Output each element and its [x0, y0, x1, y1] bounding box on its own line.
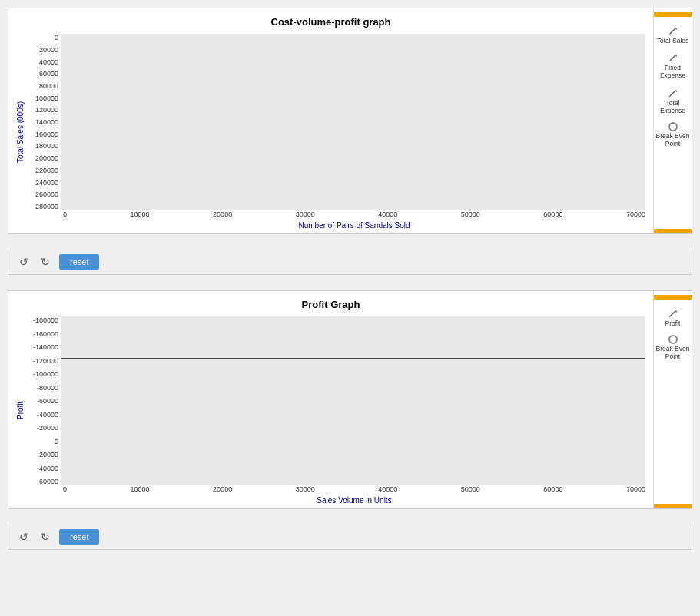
profit-chart-section: Profit Graph Profit 6000040000200000-200… [8, 290, 692, 509]
cvp-y-tick: 40000 [26, 58, 58, 66]
cvp-y-tick: 160000 [26, 131, 58, 138]
cvp-y-tick: 0 [26, 34, 58, 41]
circle-icon-break-even-profit [668, 335, 678, 344]
svg-marker-1 [675, 28, 677, 30]
cvp-sidebar: Total Sales FixedExpense TotalExpense Br… [653, 8, 692, 233]
profit-x-tick: 0 [63, 485, 67, 493]
profit-x-tick-labels: 010000200003000040000500006000070000 [63, 485, 645, 493]
cvp-x-tick: 30000 [296, 210, 315, 218]
cvp-x-tick-labels: 010000200003000040000500006000070000 [63, 210, 645, 218]
profit-y-tick: -100000 [26, 370, 58, 378]
svg-line-10 [670, 311, 675, 316]
profit-chart-title: Profit Graph [16, 299, 645, 310]
profit-x-tick: 60000 [543, 485, 562, 493]
profit-y-tick: -20000 [26, 424, 58, 432]
cvp-sidebar-top-bar [654, 12, 692, 17]
svg-line-6 [670, 91, 675, 96]
cvp-chart-main: Cost-volume-profit graph Total Sales (00… [8, 8, 653, 233]
profit-x-tick: 10000 [131, 485, 150, 493]
cvp-y-tick: 80000 [26, 82, 58, 90]
cvp-x-axis-label: Number of Pairs of Sandals Sold [63, 221, 645, 230]
cvp-sidebar-fixed-expense[interactable]: FixedExpense [654, 50, 692, 81]
svg-marker-11 [675, 310, 677, 313]
profit-y-tick: 60000 [26, 478, 58, 485]
pencil-icon-profit [668, 308, 678, 319]
cvp-x-tick: 0 [63, 210, 67, 218]
cvp-sidebar-total-sales[interactable]: Total Sales [654, 23, 692, 47]
cvp-x-tick: 40000 [378, 210, 397, 218]
cvp-undo-button[interactable]: ↺ [16, 254, 32, 270]
profit-y-tick: 20000 [26, 451, 58, 459]
cvp-chart-title: Cost-volume-profit graph [16, 16, 645, 28]
cvp-y-tick: 20000 [26, 46, 58, 54]
cvp-sidebar-total-expense-label: TotalExpense [660, 99, 685, 114]
cvp-x-tick: 60000 [543, 210, 562, 218]
profit-y-tick-labels: 6000040000200000-20000-40000-60000-80000… [26, 316, 61, 485]
cvp-x-tick: 50000 [461, 210, 480, 218]
profit-sidebar-top-bar [654, 295, 692, 300]
cvp-sidebar-total-sales-label: Total Sales [657, 37, 689, 45]
profit-graph-canvas [61, 316, 645, 485]
profit-y-tick: -140000 [26, 343, 58, 351]
profit-y-tick: -120000 [26, 357, 58, 365]
cvp-sidebar-fixed-expense-label: FixedExpense [660, 64, 685, 79]
cvp-chart-inner: 2800002600002400002200002000001800001600… [26, 34, 645, 210]
cvp-sidebar-bottom-bar [654, 229, 692, 233]
profit-sidebar-profit-label: Profit [665, 320, 681, 327]
svg-marker-7 [675, 90, 677, 92]
pencil-icon-fixed-expense [668, 52, 678, 63]
cvp-y-tick: 240000 [26, 179, 58, 187]
svg-line-3 [670, 55, 675, 61]
svg-marker-4 [675, 55, 677, 57]
profit-reset-button[interactable]: reset [59, 529, 99, 545]
svg-line-2 [669, 34, 670, 35]
profit-undo-button[interactable]: ↺ [16, 529, 32, 545]
profit-y-tick: -60000 [26, 397, 58, 405]
profit-sidebar-profit[interactable]: Profit [654, 306, 692, 330]
cvp-redo-button[interactable]: ↻ [38, 254, 53, 270]
profit-y-tick: -80000 [26, 384, 58, 392]
profit-x-axis-label: Sales Volume in Units [63, 496, 645, 505]
cvp-sidebar-total-expense[interactable]: TotalExpense [654, 85, 692, 117]
cvp-chart-with-yaxis: 2800002600002400002200002000001800001600… [26, 34, 645, 230]
profit-chart-with-yaxis: 6000040000200000-20000-40000-60000-80000… [26, 316, 645, 505]
cvp-x-tick: 20000 [213, 210, 232, 218]
svg-line-0 [670, 28, 675, 34]
profit-x-tick: 40000 [378, 485, 397, 493]
pencil-icon-total-sales [668, 25, 678, 36]
profit-y-tick: -40000 [26, 411, 58, 419]
profit-redo-button[interactable]: ↻ [38, 529, 53, 545]
cvp-reset-button[interactable]: reset [59, 254, 99, 270]
profit-sidebar-bottom-bar [654, 504, 692, 508]
cvp-chart-area: Total Sales (000s) 280000260000240000220… [16, 34, 645, 230]
cvp-y-tick-labels: 2800002600002400002200002000001800001600… [26, 34, 61, 210]
profit-x-tick: 20000 [213, 485, 232, 493]
cvp-y-tick: 180000 [26, 142, 58, 150]
cvp-y-tick: 100000 [26, 94, 58, 102]
svg-line-5 [669, 61, 670, 61]
profit-sidebar-break-even-label: Break EvenPoint [656, 345, 690, 360]
profit-y-tick: 40000 [26, 465, 58, 472]
cvp-y-tick: 140000 [26, 118, 58, 126]
profit-x-tick: 30000 [296, 485, 315, 493]
cvp-y-tick: 200000 [26, 154, 58, 162]
pencil-icon-total-expense [668, 88, 678, 98]
cvp-x-tick: 10000 [131, 210, 150, 218]
cvp-x-axis-area: 010000200003000040000500006000070000 [63, 210, 645, 218]
cvp-sidebar-break-even-label: Break EvenPoint [656, 132, 690, 147]
profit-chart-area: Profit 6000040000200000-20000-40000-6000… [16, 316, 645, 505]
profit-y-tick: 0 [26, 438, 58, 445]
profit-x-axis-area: 010000200003000040000500006000070000 [63, 485, 645, 493]
cvp-footer: ↺ ↻ reset [8, 250, 692, 275]
cvp-x-tick: 70000 [626, 210, 645, 218]
cvp-y-axis-label: Total Sales (000s) [16, 34, 25, 230]
cvp-y-tick: 60000 [26, 70, 58, 78]
circle-icon-break-even-cvp [668, 122, 678, 131]
cvp-sidebar-break-even[interactable]: Break EvenPoint [654, 120, 692, 150]
profit-sidebar-break-even[interactable]: Break EvenPoint [654, 333, 692, 363]
profit-x-tick: 70000 [626, 485, 645, 493]
profit-y-tick: -160000 [26, 330, 58, 338]
profit-chart-main: Profit Graph Profit 6000040000200000-200… [8, 291, 653, 508]
cvp-y-tick: 220000 [26, 167, 58, 174]
profit-y-tick: -180000 [26, 316, 58, 324]
